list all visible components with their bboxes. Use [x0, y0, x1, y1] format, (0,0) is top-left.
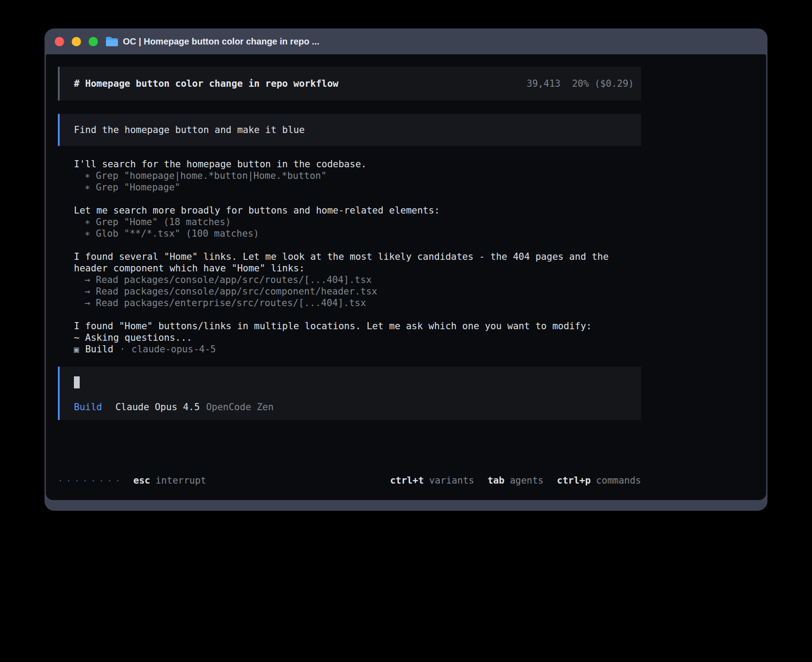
close-button[interactable] [55, 37, 64, 46]
hint-agents-label: agents [510, 475, 544, 486]
tool-call-glob: ∗ Glob "**/*.tsx" (100 matches) [74, 228, 632, 239]
status-bar: ········ esc interrupt ctrl+t variants t… [58, 475, 641, 486]
hint-commands-label: commands [596, 475, 641, 486]
model-name: Claude Opus 4.5 [115, 402, 200, 412]
zoom-button[interactable] [89, 37, 98, 46]
agent-mode-label: Build [74, 402, 102, 412]
user-message: Find the homepage button and make it blu… [58, 114, 641, 146]
assistant-text: I found several "Home" links. Let me loo… [74, 251, 632, 274]
agent-separator: · [120, 343, 126, 355]
agent-icon: ▣ [74, 343, 79, 355]
traffic-lights [55, 37, 98, 46]
key-tab: tab [487, 475, 504, 486]
assistant-text: I found "Home" buttons/links in multiple… [74, 320, 632, 332]
assistant-text: Let me search more broadly for buttons a… [74, 205, 632, 216]
session-header: # Homepage button color change in repo w… [58, 67, 641, 101]
model-provider: OpenCode Zen [206, 402, 274, 412]
spinner-dots: ········ [58, 475, 124, 486]
agent-status: ▣ Build · claude-opus-4-5 [74, 343, 632, 355]
titlebar: OC | Homepage button color change in rep… [46, 28, 766, 54]
tool-call-grep: ∗ Grep "Homepage" [74, 182, 632, 193]
terminal-window: OC | Homepage button color change in rep… [45, 28, 767, 511]
transcript: I'll search for the homepage button in t… [58, 158, 641, 355]
hint-agents: tab agents [487, 475, 544, 486]
hint-interrupt-label: interrupt [155, 475, 206, 486]
key-ctrl-t: ctrl+t [390, 475, 424, 486]
tool-call-group: ∗ Grep "homepage|home.*button|Home.*butt… [74, 170, 632, 193]
token-count: 39,413 [527, 78, 560, 89]
folder-icon [106, 37, 118, 46]
key-esc: esc [134, 475, 150, 486]
agent-model: claude-opus-4-5 [131, 343, 216, 355]
hint-interrupt: esc interrupt [134, 475, 207, 486]
tool-call-read: → Read packages/enterprise/src/routes/[.… [74, 297, 632, 309]
session-title: # Homepage button color change in repo w… [74, 78, 338, 89]
agent-name: Build [85, 343, 113, 355]
tool-call-grep: ∗ Grep "Home" (18 matches) [74, 216, 632, 228]
tool-call-group: → Read packages/console/app/src/routes/[… [74, 274, 632, 309]
prompt-input[interactable]: Build Claude Opus 4.5 OpenCode Zen [58, 367, 641, 420]
window-title: OC | Homepage button color change in rep… [123, 36, 319, 47]
context-usage: 20% ($0.29) [572, 78, 634, 89]
hint-variants-label: variants [429, 475, 474, 486]
tool-call-read: → Read packages/console/app/src/componen… [74, 286, 632, 297]
assistant-text: I'll search for the homepage button in t… [74, 158, 632, 170]
text-cursor [74, 376, 80, 388]
input-status-row: Build Claude Opus 4.5 OpenCode Zen [74, 402, 627, 412]
asking-questions-status: ~ Asking questions... [74, 332, 632, 343]
key-ctrl-p: ctrl+p [557, 475, 591, 486]
hint-variants: ctrl+t variants [390, 475, 474, 486]
tool-call-grep: ∗ Grep "homepage|home.*button|Home.*butt… [74, 170, 632, 182]
minimize-button[interactable] [72, 37, 81, 46]
hint-commands: ctrl+p commands [557, 475, 641, 486]
tool-call-read: → Read packages/console/app/src/routes/[… [74, 274, 632, 286]
terminal-body: # Homepage button color change in repo w… [46, 54, 766, 500]
user-message-text: Find the homepage button and make it blu… [74, 125, 304, 135]
tool-call-group: ∗ Grep "Home" (18 matches) ∗ Glob "**/*.… [74, 216, 632, 239]
